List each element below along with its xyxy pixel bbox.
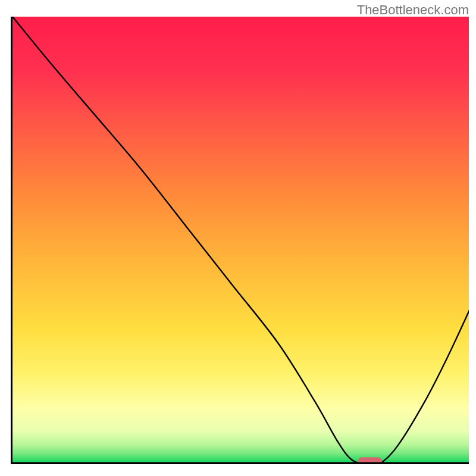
chart-frame: TheBottleneck.com xyxy=(0,0,476,476)
plot-area xyxy=(11,17,469,464)
optimal-marker xyxy=(358,458,382,464)
watermark-text: TheBottleneck.com xyxy=(357,2,469,18)
bottleneck-curve-path xyxy=(12,17,469,464)
curve-layer xyxy=(12,17,469,464)
